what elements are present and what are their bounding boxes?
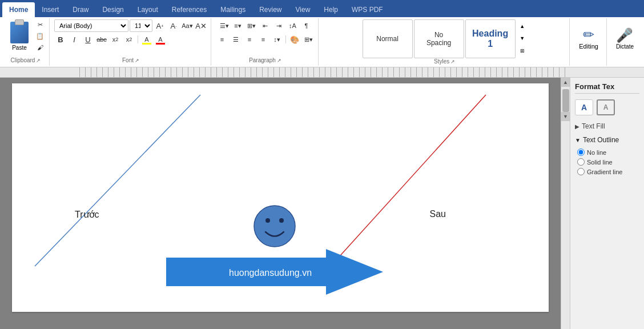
text-fill-icon-button[interactable]: A [575, 99, 593, 115]
styles-expand-icon[interactable]: ↗ [450, 59, 455, 65]
superscript-button[interactable]: x2 [123, 33, 135, 46]
align-left-button[interactable]: ≡ [216, 33, 228, 46]
font-row2: B I U abc x2 x2 A A [54, 33, 167, 46]
strikethrough-button[interactable]: abc [95, 33, 108, 46]
tab-layout[interactable]: Layout [131, 2, 165, 17]
outline-options: No line Solid line Gradient line [575, 149, 639, 175]
clipboard-expand-icon[interactable]: ↗ [36, 58, 41, 63]
smiley-svg [252, 203, 297, 249]
svg-point-4 [279, 218, 284, 223]
shading-button[interactable]: 🎨 [288, 33, 301, 46]
font-group: Arial (Body) 11 A+ A- Aa▾ A✕ B I U abc x… [51, 18, 211, 66]
doc-content[interactable]: Trước Sau huongdansudung.vn [0, 78, 561, 329]
style-normal-button[interactable]: Normal [363, 19, 413, 58]
format-painter-button[interactable]: 🖌 [34, 42, 46, 53]
font-size-select[interactable]: 11 [130, 19, 152, 32]
font-label: Font [122, 57, 134, 63]
no-line-option[interactable]: No line [577, 149, 639, 156]
show-formatting-button[interactable]: ¶ [300, 19, 313, 32]
text-outline-label: Text Outline [583, 136, 619, 144]
tab-mailings[interactable]: Mailings [214, 2, 252, 17]
gradient-line-radio[interactable] [577, 168, 585, 175]
paste-label: Paste [12, 45, 27, 51]
font-color-button[interactable]: A [154, 33, 167, 46]
text-fill-expand-arrow: ▶ [575, 123, 579, 130]
arrow-text: huongdansudung.vn [229, 268, 312, 278]
justify-button[interactable]: ≡ [257, 33, 269, 46]
scroll-thumb[interactable] [562, 89, 569, 112]
clear-format-button[interactable]: A✕ [195, 19, 207, 32]
editing-button[interactable]: ✏ Editing [574, 25, 603, 52]
align-right-button[interactable]: ≡ [243, 33, 256, 46]
highlight-color-button[interactable]: A [140, 33, 153, 46]
tab-draw[interactable]: Draw [66, 2, 95, 17]
blue-line-svg [29, 89, 206, 272]
no-line-radio[interactable] [577, 149, 585, 156]
paragraph-expand-icon[interactable]: ↗ [277, 58, 281, 63]
sort-button[interactable]: ↕A [287, 19, 299, 32]
italic-button[interactable]: I [68, 33, 80, 46]
change-case-button[interactable]: Aa▾ [181, 19, 194, 32]
editing-label: Editing [579, 43, 598, 50]
scroll-down-button[interactable]: ▼ [561, 112, 570, 121]
tab-references[interactable]: References [165, 2, 214, 17]
svg-point-2 [254, 206, 295, 247]
cut-button[interactable]: ✂ [34, 19, 46, 30]
tab-help[interactable]: Help [317, 2, 345, 17]
dictate-button[interactable]: 🎤 Dictate [611, 25, 638, 52]
bold-button[interactable]: B [54, 33, 67, 46]
underline-button[interactable]: U [82, 33, 94, 46]
solid-line-label: Solid line [587, 159, 613, 166]
styles-label: Styles [434, 58, 449, 65]
increase-indent-button[interactable]: ⇥ [273, 19, 285, 32]
tab-view[interactable]: View [289, 2, 317, 17]
styles-scroll-down-button[interactable]: ▼ [518, 33, 527, 44]
style-heading1-button[interactable]: Heading 1 [465, 19, 516, 58]
style-no-spacing-button[interactable]: No Spacing [414, 19, 464, 58]
text-fill-section[interactable]: ▶ Text Fill [575, 121, 639, 131]
paragraph-row2: ≡ ☰ ≡ ≡ ↕▾ 🎨 ⊞▾ [216, 33, 315, 46]
borders-button[interactable]: ⊞▾ [302, 33, 315, 46]
solid-line-radio[interactable] [577, 158, 585, 166]
copy-button[interactable]: 📋 [34, 31, 46, 41]
bullet-list-button[interactable]: ☰▾ [218, 19, 231, 32]
line-spacing-button[interactable]: ↕▾ [271, 33, 283, 46]
gradient-line-label: Gradient line [587, 168, 622, 175]
clipboard-side: ✂ 📋 🖌 [34, 19, 46, 53]
label-truoc: Trước [75, 209, 99, 220]
tab-design[interactable]: Design [95, 2, 130, 17]
font-expand-icon[interactable]: ↗ [135, 58, 139, 63]
clipboard-label: Clipboard [11, 57, 35, 63]
gradient-line-option[interactable]: Gradient line [577, 168, 639, 175]
styles-expand-button[interactable]: ⊞ [518, 45, 527, 57]
paste-icon [10, 22, 29, 43]
numbered-list-button[interactable]: ≡▾ [232, 19, 244, 32]
tab-wpspdf[interactable]: WPS PDF [345, 2, 390, 17]
tab-home[interactable]: Home [2, 2, 35, 17]
label-sau: Sau [430, 209, 446, 219]
font-row1: Arial (Body) 11 A+ A- Aa▾ A✕ [54, 19, 207, 32]
paste-button[interactable]: Paste [6, 19, 33, 53]
svg-line-0 [35, 95, 200, 266]
scroll-up-button[interactable]: ▲ [561, 78, 570, 87]
tab-insert[interactable]: Insert [35, 2, 66, 17]
ruler-track [74, 67, 570, 77]
text-outline-section[interactable]: ▼ Text Outline [575, 135, 639, 145]
font-grow-button[interactable]: A+ [154, 19, 166, 32]
solid-line-option[interactable]: Solid line [577, 158, 639, 166]
font-shrink-button[interactable]: A- [167, 19, 180, 32]
decrease-indent-button[interactable]: ⇤ [259, 19, 272, 32]
arrow-shape-svg[interactable]: huongdansudung.vn [166, 249, 383, 295]
no-line-label: No line [587, 149, 606, 156]
doc-page: Trước Sau huongdansudung.vn [12, 83, 549, 312]
ribbon-tabs: Home Insert Draw Design Layout Reference… [0, 0, 644, 17]
styles-group: Normal No Spacing Heading 1 ▲ ▼ ⊞ Styles… [320, 18, 570, 66]
multilevel-list-button[interactable]: ⊞▾ [245, 19, 258, 32]
text-outline-icon-button[interactable]: A [597, 99, 615, 115]
tab-review[interactable]: Review [252, 2, 288, 17]
align-center-button[interactable]: ☰ [230, 33, 242, 46]
subscript-button[interactable]: x2 [109, 33, 122, 46]
styles-scroll-up-button[interactable]: ▲ [518, 21, 527, 32]
font-family-select[interactable]: Arial (Body) [54, 19, 128, 32]
ribbon-toolbar: Paste ✂ 📋 🖌 Clipboard ↗ Arial (Body) 11 [0, 17, 644, 67]
